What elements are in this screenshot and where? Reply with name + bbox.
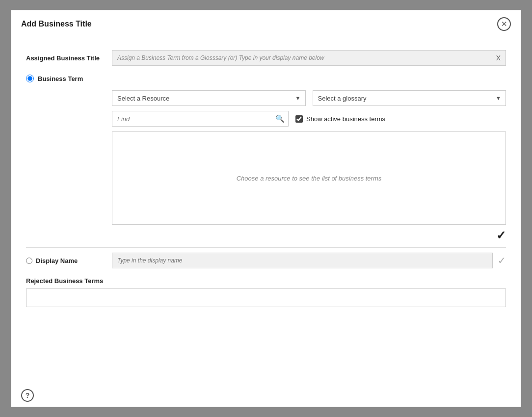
section-divider: [26, 247, 506, 248]
show-active-label[interactable]: Show active business terms: [295, 115, 385, 123]
dialog-body: Assigned Business Title Assign a Busines…: [11, 38, 521, 384]
assigned-business-title-input[interactable]: Assign a Business Term from a Glosssary …: [112, 50, 506, 66]
assigned-business-title-row: Assigned Business Title Assign a Busines…: [26, 50, 506, 66]
dropdowns-row: Select a Resource ▼ Select a glossary ▼: [112, 90, 506, 106]
assigned-input-placeholder: Assign a Business Term from a Glosssary …: [117, 54, 324, 61]
display-name-input[interactable]: [112, 253, 493, 268]
assigned-business-title-label: Assigned Business Title: [26, 54, 112, 62]
search-wrapper: 🔍: [112, 111, 289, 127]
show-active-text: Show active business terms: [306, 115, 385, 123]
display-name-radio-label: Display Name: [36, 257, 78, 264]
find-input[interactable]: [112, 111, 289, 127]
display-name-radio[interactable]: [26, 258, 32, 264]
show-active-checkbox[interactable]: [295, 115, 303, 123]
business-term-radio-label: Business Term: [38, 75, 83, 82]
business-term-radio[interactable]: [26, 75, 34, 82]
help-button[interactable]: ?: [21, 389, 34, 402]
glossary-dropdown[interactable]: Select a glossary: [313, 90, 506, 106]
glossary-dropdown-wrapper: Select a glossary ▼: [313, 90, 506, 106]
business-term-confirm-button[interactable]: ✓: [496, 229, 506, 242]
search-filter-row: 🔍 Show active business terms: [112, 111, 506, 127]
rejected-input[interactable]: [26, 288, 506, 307]
dialog-header: Add Business Title ✕: [11, 10, 521, 38]
dialog-title: Add Business Title: [21, 20, 92, 28]
rejected-label: Rejected Business Terms: [26, 277, 506, 285]
add-business-title-dialog: Add Business Title ✕ Assigned Business T…: [11, 10, 521, 407]
business-term-radio-row: Business Term: [26, 75, 506, 82]
resource-dropdown[interactable]: Select a Resource: [112, 90, 306, 106]
dialog-footer: ?: [11, 384, 521, 407]
clear-assigned-button[interactable]: X: [496, 54, 501, 62]
display-name-label-group: Display Name: [26, 257, 112, 264]
display-name-row: Display Name ✓: [26, 253, 506, 268]
terms-list-area: Choose a resource to see the list of bus…: [112, 131, 506, 225]
rejected-section: Rejected Business Terms: [26, 277, 506, 307]
checkmark-row: ✓: [26, 229, 506, 242]
display-name-confirm-button[interactable]: ✓: [498, 255, 506, 266]
close-button[interactable]: ✕: [497, 17, 511, 31]
resource-dropdown-wrapper: Select a Resource ▼: [112, 90, 306, 106]
terms-placeholder-text: Choose a resource to see the list of bus…: [237, 175, 382, 182]
